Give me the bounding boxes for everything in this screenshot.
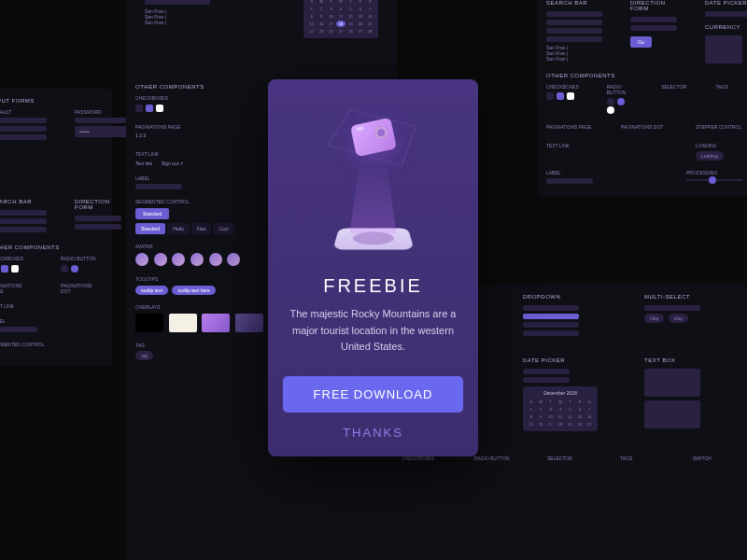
label-switch-b: SWITCH (693, 455, 738, 461)
label-seg-a: SEGMENTED CONTROL (0, 342, 103, 347)
label-tag: TAG (135, 343, 247, 348)
res-r3[interactable]: San Fran | (546, 56, 602, 62)
calendar-top[interactable]: September 2018 SMTWTFS 1234567 891011121… (303, 0, 378, 38)
hologram-glow-icon (350, 168, 397, 233)
checkbox[interactable] (1, 265, 8, 273)
label-label-a: LABEL (0, 318, 103, 324)
search-r1[interactable] (546, 11, 602, 17)
radio[interactable] (71, 265, 78, 273)
label-chk-b: CHECKBOXES (402, 455, 446, 461)
checkbox[interactable] (156, 105, 163, 112)
multi-chip-1[interactable]: chip (644, 314, 664, 323)
label-tlink-r: TEXT LINK (546, 143, 593, 148)
dir-r1[interactable] (630, 17, 677, 22)
checkbox[interactable] (146, 105, 153, 112)
heading-textbox: TEXT BOX (644, 357, 738, 363)
label-chk-r: CHECKBOXES (546, 84, 579, 90)
result-3[interactable]: San Fran | (145, 20, 210, 25)
search-r4[interactable] (546, 36, 602, 42)
seg-btn-standard[interactable]: Standard (135, 208, 169, 219)
dir-2[interactable] (75, 224, 121, 230)
currency-box[interactable] (705, 35, 742, 63)
avatar-2[interactable] (154, 253, 167, 266)
label-loading-r: LOADING (696, 143, 742, 148)
drop-4[interactable] (523, 330, 579, 336)
search-r3[interactable] (546, 28, 602, 34)
checkbox[interactable] (567, 92, 574, 100)
modal-title: FREEBIE (283, 275, 463, 297)
seg-1[interactable]: Standard (135, 223, 165, 234)
dp-b2[interactable] (523, 377, 570, 383)
radio[interactable] (61, 265, 68, 273)
tooltip-2: tooltip text here (172, 286, 215, 295)
dir-btn[interactable]: Go (630, 36, 652, 48)
cal-month-2: December 2018 (527, 390, 594, 396)
avatar-1[interactable] (135, 253, 148, 266)
heading-dir-r: DIRECTION FORM (630, 0, 677, 11)
label-pdot-r: PAGINATIONS DOT (621, 124, 668, 130)
search-2[interactable] (0, 218, 47, 224)
seg-3[interactable]: Fast (191, 223, 212, 234)
label-ppage-r: PAGINATIONS PAGE (546, 124, 593, 130)
multi-1[interactable] (644, 305, 700, 311)
label-chip-c (135, 184, 182, 189)
multi-chip-2[interactable]: chip (669, 314, 688, 323)
avatar-6[interactable] (227, 253, 240, 266)
textbox-2[interactable] (644, 400, 700, 428)
calendar-bottom[interactable]: December 2018 SMTWTFS 1234567 8910111213… (523, 386, 598, 431)
input-password-1[interactable] (75, 118, 131, 123)
radio[interactable] (607, 98, 614, 105)
page-num[interactable]: 1 2 3 (135, 133, 146, 138)
drop-1[interactable] (523, 305, 579, 311)
checkbox[interactable] (546, 92, 554, 100)
dp-b1[interactable] (523, 369, 570, 374)
drop-3[interactable] (523, 322, 579, 328)
label-proc-r: PROCESSING (686, 170, 742, 175)
label-chip-r (546, 178, 593, 184)
label-chip-a (0, 327, 37, 332)
drop-2[interactable] (523, 314, 579, 319)
checkbox[interactable] (135, 105, 143, 112)
heading-search: SEARCH BAR (0, 199, 47, 204)
radio[interactable] (617, 98, 625, 105)
input-default-1[interactable] (0, 118, 47, 123)
checkbox[interactable] (557, 92, 564, 100)
date-r1[interactable] (705, 11, 747, 17)
label-radio-a: RADIO BUTTON (61, 256, 103, 261)
freebie-modal: FREEBIE The majestic Rocky Mountains are… (268, 79, 478, 456)
label-tags-r: TAGS (716, 84, 742, 90)
textlink-2[interactable]: Sign out ↗ (162, 161, 184, 166)
label-checkboxes-a: CHECKBOXES (0, 256, 33, 261)
free-download-button[interactable]: FREE DOWNLOAD (283, 376, 463, 413)
avatar-4[interactable] (190, 253, 204, 266)
heading-datep-b: DATE PICKER (523, 357, 616, 363)
search-r2[interactable] (546, 20, 602, 25)
input-default-2[interactable] (0, 126, 47, 132)
overlay-purple (202, 314, 230, 332)
dir-r2[interactable] (630, 25, 677, 31)
search-1[interactable] (0, 210, 47, 216)
label-label-r: LABEL (546, 170, 593, 175)
avatar-3[interactable] (172, 253, 185, 266)
search-c2[interactable] (145, 0, 210, 5)
heading-currency: CURRENCY (705, 24, 747, 30)
avatar-5[interactable] (209, 253, 222, 266)
heading-multi: MULTI-SELECT (644, 294, 738, 300)
thanks-link[interactable]: THANKS (283, 426, 463, 440)
seg-2[interactable]: Hello (167, 223, 189, 234)
label-pag-page-a: PAGINATIONS PAGE (0, 283, 33, 294)
heading-search-r: SEARCH BAR (546, 0, 602, 6)
heading-date-r: DATE PICKER (705, 0, 747, 6)
radio[interactable] (607, 106, 614, 114)
textlink-1[interactable]: Text link (135, 161, 152, 166)
search-3[interactable] (0, 227, 47, 232)
checkbox[interactable] (11, 265, 19, 273)
input-default-3[interactable] (0, 134, 47, 140)
textbox-1[interactable] (644, 369, 700, 397)
seg-4[interactable]: Cool (213, 223, 233, 234)
modal-description: The majestic Rocky Mountains are a major… (283, 306, 463, 356)
dir-1[interactable] (75, 216, 121, 221)
label-pag-dot-a: PAGINATIONS DOT (61, 283, 103, 294)
input-password-2[interactable]: •••••• (75, 126, 131, 137)
tag-chip[interactable]: tag (135, 351, 153, 360)
